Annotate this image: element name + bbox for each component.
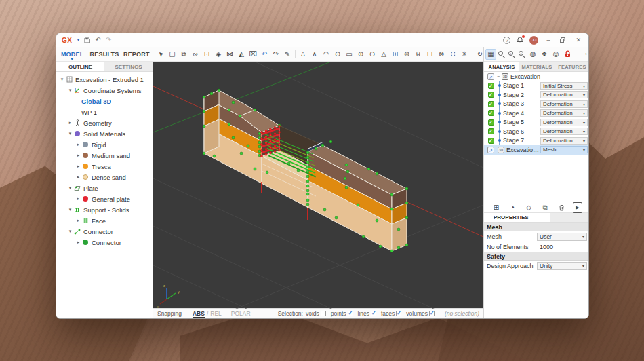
filter-points[interactable]: points — [331, 310, 353, 317]
help-icon[interactable]: ? — [503, 37, 510, 44]
tab-properties[interactable]: PROPERTIES — [484, 213, 550, 222]
design-approach-dropdown[interactable]: Unity▾ — [537, 262, 587, 270]
select-box-icon[interactable]: ⊡ — [201, 49, 212, 60]
modify-solid-icon[interactable]: ⊛ — [401, 49, 412, 60]
undo-icon[interactable]: ↶ — [95, 37, 100, 43]
display-mode-icon[interactable]: ◍ — [527, 49, 538, 60]
select-copy-icon[interactable]: ⧉ — [178, 49, 189, 60]
faces-checkbox[interactable] — [396, 311, 401, 316]
snapping-label[interactable]: Snapping — [157, 310, 182, 317]
select-arrow-icon[interactable]: ➤ — [153, 47, 168, 62]
viewport-3d[interactable]: z y x — [153, 62, 483, 308]
stage-row-6[interactable]: ✓ Stage 6 Deformation▾ — [484, 127, 589, 136]
filter-faces[interactable]: faces — [381, 310, 401, 317]
tree-item-geometry[interactable]: ▸ Geometry — [56, 117, 153, 128]
boolean-union-icon[interactable]: ⊎ — [413, 49, 424, 60]
stage-row-2[interactable]: ✓ Stage 2 Deformation▾ — [484, 90, 589, 100]
run-box-icon[interactable]: ↗ — [487, 73, 494, 80]
zoom-out-icon[interactable]: − — [497, 50, 506, 59]
tab-results[interactable]: RESULTS — [88, 48, 120, 60]
rel-toggle[interactable]: REL — [210, 310, 222, 317]
stage-checkbox[interactable]: ✓ — [488, 138, 494, 144]
filter-voids[interactable]: voids — [306, 310, 326, 317]
tab-outline[interactable]: OUTLINE — [56, 62, 104, 71]
elements-value[interactable]: 1000 — [537, 244, 587, 250]
tree-item-solid-materials[interactable]: ▾ Solid Materials — [56, 128, 153, 139]
stage-row-4[interactable]: ✓ Stage 4 Deformation▾ — [484, 109, 589, 118]
stage-checkbox[interactable]: ✓ — [488, 92, 494, 98]
toolbar-overflow-icon[interactable]: › — [585, 51, 588, 57]
expander-icon[interactable]: ▾ — [67, 88, 73, 93]
app-menu-dropdown-icon[interactable]: ▾ — [77, 37, 79, 43]
expander-icon[interactable]: ▸ — [75, 153, 81, 158]
expander-icon[interactable]: ▾ — [67, 185, 73, 191]
add-point-icon[interactable]: ◇ — [524, 202, 534, 213]
redo-icon[interactable]: ↷ — [106, 37, 111, 43]
mesh-dropdown[interactable]: Mesh▾ — [540, 146, 588, 153]
expander-icon[interactable]: ▸ — [75, 196, 81, 202]
expander-icon[interactable]: ▸ — [67, 120, 73, 126]
orbit-view-icon[interactable]: ↻ — [475, 49, 483, 60]
stage-type-dropdown[interactable]: Deformation▾ — [540, 100, 588, 108]
stage-checkbox[interactable]: ✓ — [488, 110, 494, 116]
cylinder-tool-icon[interactable]: ⊖ — [367, 49, 378, 60]
tab-settings[interactable]: SETTINGS — [104, 62, 153, 71]
stage-row-7[interactable]: ✓ Stage 7 Deformation▾ — [484, 136, 589, 146]
tree-item-tresca[interactable]: ▸ Tresca — [56, 161, 153, 172]
tab-report[interactable]: REPORT — [121, 48, 153, 60]
license-lock-icon[interactable] — [562, 49, 573, 60]
tab-model[interactable]: MODEL — [56, 48, 88, 60]
expander-icon[interactable]: ▸ — [75, 164, 81, 169]
stage-type-dropdown[interactable]: Deformation▾ — [540, 137, 588, 145]
add-stage-icon[interactable]: ◔ — [508, 202, 517, 213]
expander-icon[interactable]: ▾ — [67, 229, 73, 234]
tree-item-coordinate-systems[interactable]: ▾ Coordinate Systems — [56, 85, 153, 96]
stage-type-dropdown[interactable]: Deformation▾ — [540, 128, 588, 135]
save-icon[interactable] — [84, 37, 90, 43]
stage-checkbox[interactable]: ✓ — [488, 119, 494, 126]
lines-checkbox[interactable] — [371, 311, 376, 316]
grid-toggle-icon[interactable]: ▦ — [485, 49, 496, 60]
tree-item-connector[interactable]: ▾ Connector — [56, 226, 153, 237]
zoom-in-icon[interactable]: + — [507, 50, 517, 59]
stage-type-dropdown[interactable]: Deformation▾ — [540, 91, 588, 98]
tree-item-excavation[interactable]: ▾ Excavation - Extruded 1 — [56, 74, 153, 85]
tree-item-connector-child[interactable]: ▸ Connector — [56, 237, 153, 248]
tab-materials[interactable]: MATERIALS — [519, 62, 555, 71]
run-box-icon[interactable]: ↗ — [487, 147, 494, 153]
expander-icon[interactable]: ▾ — [67, 131, 73, 136]
pattern-tool-icon[interactable]: ✳ — [459, 49, 470, 60]
stage-type-dropdown[interactable]: Initial Stress▾ — [540, 82, 588, 90]
cone-tool-icon[interactable]: △ — [378, 49, 389, 60]
undo-icon[interactable]: ↶ — [259, 49, 270, 60]
redo-icon[interactable]: ↷ — [270, 49, 281, 60]
tree-item-plate[interactable]: ▾ Plate — [56, 183, 153, 193]
circle-tool-icon[interactable]: ⊙ — [332, 49, 343, 60]
abs-toggle[interactable]: ABS — [193, 310, 205, 318]
array-tool-icon[interactable]: ∷ — [447, 49, 458, 60]
stage-checkbox[interactable]: ✓ — [488, 101, 494, 107]
tree-item-rigid[interactable]: ▸ Rigid — [56, 139, 153, 150]
stage-checkbox[interactable]: ✓ — [488, 83, 494, 89]
section-view-icon[interactable]: ❖ — [539, 49, 550, 60]
select-chain-icon[interactable]: ∾ — [190, 49, 201, 60]
filter-volumes[interactable]: volumes — [406, 310, 435, 317]
expander-icon[interactable]: ▸ — [75, 240, 81, 245]
expander-icon[interactable]: ▾ — [59, 77, 65, 82]
boolean-subtract-icon[interactable]: ⊟ — [424, 49, 435, 60]
polyline-tool-icon[interactable]: ∧ — [309, 49, 320, 60]
close-button[interactable]: ✕ — [573, 37, 583, 43]
box-tool-icon[interactable]: ⊞ — [390, 49, 401, 60]
tree-item-general-plate[interactable]: ▸ General plate — [56, 193, 153, 204]
mesh-dropdown[interactable]: User▾ — [537, 233, 587, 241]
tree-item-dense-sand[interactable]: ▸ Dense sand — [56, 172, 153, 183]
expander-icon[interactable]: ▾ — [67, 207, 73, 212]
mesh-row-selected[interactable]: ↗ 3D Excavation - Extr... Mesh▾ — [484, 145, 589, 155]
tree-item-medium-sand[interactable]: ▸ Medium sand — [56, 150, 153, 161]
stage-row-1[interactable]: ✓ Stage 1 Initial Stress▾ — [484, 81, 589, 91]
expander-icon[interactable]: ▸ — [75, 174, 81, 180]
user-avatar[interactable]: JJ — [529, 36, 538, 45]
expander-icon[interactable]: ▸ — [75, 142, 81, 147]
stage-row-3[interactable]: ✓ Stage 3 Deformation▾ — [484, 100, 589, 109]
analysis-root-row[interactable]: ↗ − 3D Excavation — [484, 72, 589, 81]
